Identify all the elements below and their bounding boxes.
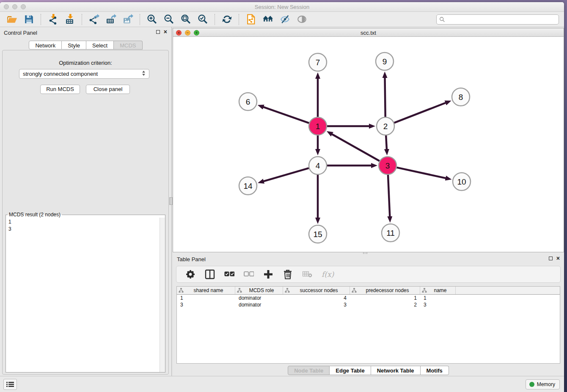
tab-select[interactable]: Select [86,41,114,50]
toolbar-separator [215,14,215,25]
tab-mcds[interactable]: MCDS [114,41,142,50]
table-row[interactable]: 1dominator411 [177,295,560,301]
control-panel: Control Panel × NetworkStyleSelectMCDS O… [0,27,171,376]
edge-1-6[interactable] [262,107,309,123]
control-panel-tabs: NetworkStyleSelectMCDS [0,41,171,50]
home-icon[interactable] [259,13,276,26]
criterion-value: strongly connected component [23,71,98,77]
graph-node-1[interactable]: 1 [309,117,327,135]
toolbar-separator [41,14,41,25]
save-session-icon[interactable] [20,13,37,26]
function-builder-icon[interactable]: f(x) [317,268,339,281]
import-network-icon[interactable] [44,13,61,26]
open-file-icon[interactable] [3,13,20,26]
optimization-criterion-label: Optimization criterion: [3,60,168,66]
preview-eye-icon[interactable] [293,13,310,26]
svg-text:6: 6 [246,97,250,106]
zoom-out-icon[interactable] [160,13,177,26]
edge-3-10[interactable] [396,168,446,179]
graph-node-9[interactable]: 9 [376,52,394,70]
table-cell[interactable]: dominator [235,295,283,301]
memory-button[interactable]: Memory [526,379,560,389]
table-close-panel-icon[interactable]: × [556,256,560,260]
float-panel-icon[interactable] [156,30,160,34]
graph-node-14[interactable]: 14 [239,177,257,195]
task-history-button[interactable] [3,379,17,390]
graph-node-15[interactable]: 15 [309,225,327,243]
graph-node-7[interactable]: 7 [309,53,327,71]
edge-3-1[interactable] [331,134,379,161]
mcds-result-box: MCDS result (2 nodes) 1 3 [6,212,165,373]
table-row[interactable]: 3dominator323 [177,301,560,308]
delete-table-icon[interactable] [297,268,317,281]
column-header-name[interactable]: name [420,287,456,294]
result-scrollbar[interactable] [160,218,165,372]
close-panel-icon[interactable]: × [164,30,167,34]
close-panel-button[interactable]: Close panel [86,85,130,94]
network-canvas[interactable]: 1234678910111415 [173,37,564,252]
zoom-fit-icon[interactable] [177,13,194,26]
search-input[interactable] [447,17,556,22]
graph-node-3[interactable]: 3 [379,157,396,174]
table-cell[interactable]: dominator [235,301,283,308]
tab-edge-table[interactable]: Edge Table [330,366,371,375]
split-columns-icon[interactable] [200,268,220,281]
status-bar: Memory [0,376,564,392]
column-header-predecessor-nodes[interactable]: predecessor nodes [350,287,420,294]
hide-style-icon[interactable] [276,13,293,26]
table-cell[interactable]: 4 [283,295,350,301]
zoom-in-icon[interactable] [143,13,160,26]
svg-text:3: 3 [385,161,390,170]
network-window-titlebar[interactable]: × − + scc.txt [173,28,564,37]
tab-motifs[interactable]: Motifs [421,366,449,375]
table-cell[interactable]: 2 [350,301,420,308]
criterion-select[interactable]: strongly connected component [19,69,149,79]
edge-2-8[interactable] [394,102,447,123]
edge-2-9[interactable] [385,77,385,117]
search-box[interactable] [436,14,559,25]
table-cell[interactable]: 3 [420,301,456,308]
zoom-selected-icon[interactable] [194,13,211,26]
table-cell[interactable]: 1 [350,295,420,301]
tab-network-table[interactable]: Network Table [371,366,421,375]
run-mcds-button[interactable]: Run MCDS [40,85,80,94]
graph-node-10[interactable]: 10 [453,173,471,190]
table-cell[interactable]: 1 [420,295,456,301]
network-window: × − + scc.txt 1234678910111415 [173,28,564,252]
import-table-icon[interactable] [61,13,78,26]
edge-4-14[interactable] [263,168,309,182]
column-header-MCDS-role[interactable]: MCDS role [235,287,283,294]
splitter-handle[interactable] [169,197,173,205]
graph-node-11[interactable]: 11 [382,224,399,242]
apply-layout-icon[interactable] [218,13,235,26]
select-all-icon[interactable] [220,268,239,281]
column-header-shared-name[interactable]: shared name [177,287,235,294]
memory-status-icon [529,382,534,387]
gear-icon[interactable] [181,268,200,281]
edge-3-11[interactable] [388,175,390,218]
edge-2-3[interactable] [386,135,387,150]
table-float-panel-icon[interactable] [549,257,553,260]
tab-style[interactable]: Style [62,41,86,50]
column-header-successor-nodes[interactable]: successor nodes [283,287,350,294]
export-network-icon[interactable] [85,13,102,26]
table-cell[interactable]: 1 [177,295,235,301]
table-cell[interactable]: 3 [283,301,350,308]
export-image-icon[interactable] [119,13,136,26]
svg-text:10: 10 [457,177,466,186]
tab-node-table[interactable]: Node Table [288,366,330,375]
graph-node-2[interactable]: 2 [377,117,394,135]
table-cell[interactable]: 3 [177,301,235,308]
delete-icon[interactable] [278,268,297,281]
svg-text:7: 7 [316,58,320,67]
svg-text:1: 1 [316,122,320,131]
graph-node-8[interactable]: 8 [452,88,470,106]
export-table-icon[interactable] [102,13,119,26]
graph-node-6[interactable]: 6 [239,93,257,110]
add-column-icon[interactable] [259,268,278,281]
table-panel-title: Table Panel [177,256,206,262]
deselect-all-icon[interactable] [239,268,259,281]
network-file-icon[interactable] [242,13,259,26]
tab-network[interactable]: Network [29,41,62,50]
graph-node-4[interactable]: 4 [309,157,327,174]
